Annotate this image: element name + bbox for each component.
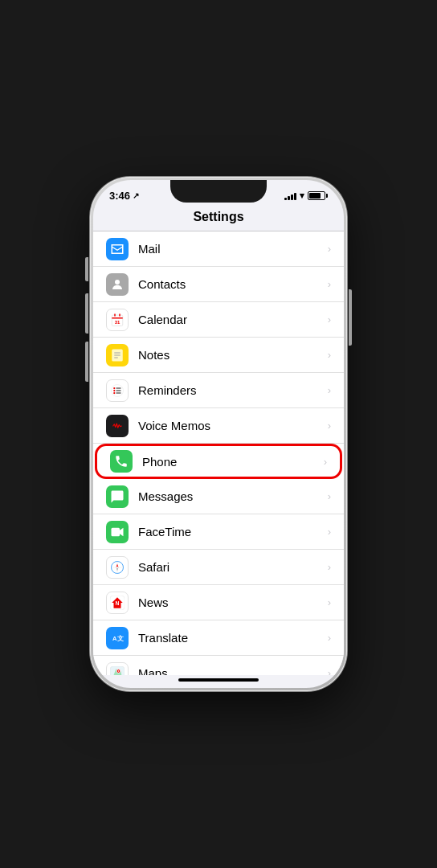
status-icons: ▾ xyxy=(284,190,328,201)
phone-icon xyxy=(110,450,133,473)
settings-item-voicememos[interactable]: Voice Memos› xyxy=(93,408,344,444)
contacts-icon xyxy=(106,273,129,296)
settings-item-calendar[interactable]: 31Calendar› xyxy=(93,302,344,338)
volume-down-button[interactable] xyxy=(85,342,88,382)
settings-item-mail[interactable]: Mail› xyxy=(93,231,344,267)
mail-icon xyxy=(106,238,129,260)
maps-chevron: › xyxy=(328,667,331,675)
news-icon: N xyxy=(106,592,129,614)
svg-text:31: 31 xyxy=(115,319,120,324)
contacts-chevron: › xyxy=(328,278,331,290)
settings-item-contacts[interactable]: Contacts› xyxy=(93,267,344,302)
signal-icon xyxy=(284,191,296,200)
phone-label: Phone xyxy=(142,455,324,469)
svg-text:N: N xyxy=(116,600,120,606)
settings-list: Mail›Contacts›31Calendar›Notes›Reminders… xyxy=(93,231,344,675)
svg-point-13 xyxy=(113,389,115,391)
reminders-chevron: › xyxy=(328,384,331,396)
settings-item-maps[interactable]: Maps› xyxy=(93,656,344,675)
maps-icon xyxy=(106,662,129,676)
mute-button[interactable] xyxy=(85,257,88,281)
phone-screen: 3:46 ↗ ▾ Settings xyxy=(93,180,344,688)
phone-chevron: › xyxy=(324,456,327,468)
phone-frame: 3:46 ↗ ▾ Settings xyxy=(90,177,347,691)
settings-item-reminders[interactable]: Reminders› xyxy=(93,373,344,408)
facetime-label: FaceTime xyxy=(138,525,328,538)
svg-point-11 xyxy=(113,387,115,388)
svg-marker-19 xyxy=(120,527,124,536)
reminders-label: Reminders xyxy=(138,383,328,397)
reminders-icon xyxy=(106,379,129,402)
voicememos-label: Voice Memos xyxy=(138,419,328,432)
notes-icon xyxy=(106,344,129,366)
messages-label: Messages xyxy=(138,489,328,503)
status-time: 3:46 xyxy=(109,190,130,202)
svg-point-15 xyxy=(113,391,115,393)
translate-icon: A文 xyxy=(106,627,129,649)
settings-item-phone[interactable]: Phone› xyxy=(95,444,342,479)
contacts-label: Contacts xyxy=(138,277,328,291)
calendar-label: Calendar xyxy=(138,313,328,326)
page-title: Settings xyxy=(93,205,344,231)
voicememos-chevron: › xyxy=(328,420,331,432)
voicememos-icon xyxy=(106,415,129,437)
svg-point-32 xyxy=(118,670,120,672)
settings-item-news[interactable]: NNews› xyxy=(93,585,344,620)
messages-icon xyxy=(106,485,129,508)
notes-chevron: › xyxy=(328,349,331,361)
svg-text:文: 文 xyxy=(117,634,124,642)
translate-label: Translate xyxy=(138,631,328,645)
settings-item-safari[interactable]: Safari› xyxy=(93,550,344,585)
news-label: News xyxy=(138,596,328,609)
maps-label: Maps xyxy=(138,666,328,675)
location-icon: ↗ xyxy=(133,191,139,200)
facetime-chevron: › xyxy=(328,526,331,538)
notes-label: Notes xyxy=(138,348,328,362)
svg-text:A: A xyxy=(112,635,117,642)
home-bar[interactable] xyxy=(178,678,259,682)
power-button[interactable] xyxy=(349,289,352,346)
mail-chevron: › xyxy=(328,243,331,255)
notch xyxy=(170,180,267,203)
news-chevron: › xyxy=(328,596,331,608)
calendar-chevron: › xyxy=(328,313,331,326)
calendar-icon: 31 xyxy=(106,309,129,331)
safari-label: Safari xyxy=(138,560,328,574)
settings-item-translate[interactable]: A文Translate› xyxy=(93,620,344,656)
settings-item-notes[interactable]: Notes› xyxy=(93,338,344,373)
volume-up-button[interactable] xyxy=(85,293,88,334)
settings-item-messages[interactable]: Messages› xyxy=(93,479,344,514)
messages-chevron: › xyxy=(328,490,331,502)
safari-icon xyxy=(106,556,129,579)
facetime-icon xyxy=(106,521,129,543)
battery-icon xyxy=(308,191,328,200)
settings-item-facetime[interactable]: FaceTime› xyxy=(93,514,344,550)
svg-point-0 xyxy=(115,280,120,285)
mail-label: Mail xyxy=(138,242,328,256)
svg-rect-18 xyxy=(112,527,120,536)
safari-chevron: › xyxy=(328,561,331,573)
translate-chevron: › xyxy=(328,632,331,644)
wifi-icon: ▾ xyxy=(300,190,304,201)
